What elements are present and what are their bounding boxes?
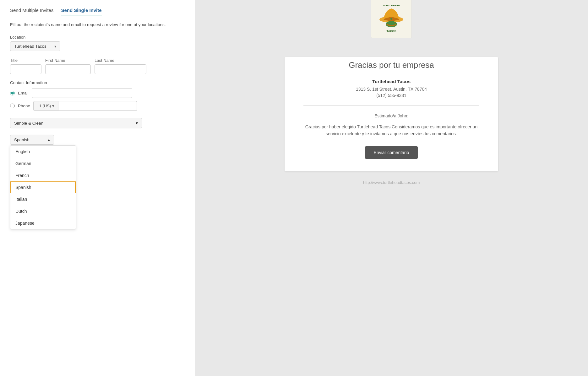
title-label: Title bbox=[10, 58, 41, 63]
location-dropdown[interactable]: Turtlehead Tacos ▾ bbox=[10, 41, 60, 51]
email-footer: http://www.turtleheadtacos.com bbox=[363, 180, 420, 185]
email-radio-row: Email bbox=[10, 88, 185, 98]
phone-number-input[interactable] bbox=[58, 101, 137, 111]
chevron-down-icon: ▾ bbox=[54, 44, 56, 49]
template-dropdown[interactable]: Simple & Clean ▾ bbox=[10, 118, 142, 128]
right-panel: TURTLEHEAD TACOS Gracias por tu empresa … bbox=[195, 0, 588, 376]
language-dropdown[interactable]: Spanish ▴ bbox=[10, 135, 54, 145]
title-field: Title bbox=[10, 58, 41, 74]
logo-container: TURTLEHEAD TACOS bbox=[371, 0, 412, 38]
phone-radio-label: Phone bbox=[18, 104, 30, 108]
last-name-field: Last Name bbox=[95, 58, 146, 74]
contact-section: Contact Information Email Phone +1 (US) … bbox=[10, 80, 185, 111]
template-selected: Simple & Clean bbox=[14, 121, 43, 126]
email-cta-button[interactable]: Enviar comentario bbox=[365, 146, 418, 159]
tab-single-invite[interactable]: Send Single Invite bbox=[61, 8, 101, 15]
email-address: 1313 S. 1st Street, Austin, TX 78704 bbox=[303, 87, 479, 92]
phone-input-row: +1 (US) ▾ bbox=[33, 101, 137, 111]
name-row: Title First Name Last Name bbox=[10, 58, 185, 74]
language-option-english[interactable]: English bbox=[10, 146, 76, 158]
language-option-italian[interactable]: Italian bbox=[10, 193, 76, 205]
chevron-down-icon: ▾ bbox=[136, 121, 138, 126]
location-selected: Turtlehead Tacos bbox=[14, 44, 46, 49]
phone-radio-row: Phone +1 (US) ▾ bbox=[10, 101, 185, 111]
svg-text:TURTLEHEAD: TURTLEHEAD bbox=[383, 4, 400, 7]
language-option-spanish[interactable]: Spanish bbox=[10, 181, 76, 193]
language-option-french[interactable]: French bbox=[10, 169, 76, 181]
chevron-up-icon: ▴ bbox=[48, 137, 50, 142]
footer-url: http://www.turtleheadtacos.com bbox=[363, 180, 420, 185]
logo-box: TURTLEHEAD TACOS bbox=[371, 0, 412, 38]
phone-country-value: +1 (US) bbox=[37, 104, 51, 108]
brand-logo: TURTLEHEAD TACOS bbox=[374, 1, 409, 35]
chevron-down-icon: ▾ bbox=[52, 104, 54, 108]
email-radio[interactable] bbox=[10, 91, 15, 95]
phone-radio[interactable] bbox=[10, 104, 15, 108]
language-option-japanese[interactable]: Japanese bbox=[10, 217, 76, 229]
email-greeting: Estimado/a John: bbox=[303, 113, 479, 118]
email-body: Gracias por tu empresa Turtlehead Tacos … bbox=[285, 57, 498, 159]
tabs: Send Multiple Invites Send Single Invite bbox=[10, 8, 185, 15]
contact-info-label: Contact Information bbox=[10, 80, 185, 85]
title-input[interactable] bbox=[10, 64, 41, 74]
email-heading: Gracias por tu empresa bbox=[303, 60, 479, 70]
email-phone: (512) 555-9331 bbox=[303, 93, 479, 98]
form-description: Fill out the recipient's name and email … bbox=[10, 22, 167, 28]
first-name-input[interactable] bbox=[45, 64, 91, 74]
first-name-field: First Name bbox=[45, 58, 91, 74]
email-input[interactable] bbox=[32, 88, 132, 98]
email-company-name: Turtlehead Tacos bbox=[303, 79, 479, 84]
last-name-label: Last Name bbox=[95, 58, 146, 63]
email-message: Gracias por haber elegido Turtlehead Tac… bbox=[303, 123, 479, 137]
email-divider bbox=[303, 105, 479, 106]
language-list: English German French Spanish Italian Du… bbox=[10, 145, 76, 229]
left-panel: Send Multiple Invites Send Single Invite… bbox=[0, 0, 195, 376]
phone-country-dropdown[interactable]: +1 (US) ▾ bbox=[33, 101, 58, 111]
svg-point-5 bbox=[390, 18, 392, 20]
tab-multiple-invites[interactable]: Send Multiple Invites bbox=[10, 8, 53, 15]
email-preview: Gracias por tu empresa Turtlehead Tacos … bbox=[285, 57, 498, 171]
first-name-label: First Name bbox=[45, 58, 91, 63]
language-option-german[interactable]: German bbox=[10, 158, 76, 169]
email-radio-label: Email bbox=[18, 91, 29, 95]
language-selected-label: Spanish bbox=[14, 137, 30, 142]
svg-text:TACOS: TACOS bbox=[387, 30, 396, 33]
location-label: Location bbox=[10, 35, 185, 40]
last-name-input[interactable] bbox=[95, 64, 146, 74]
language-option-dutch[interactable]: Dutch bbox=[10, 205, 76, 217]
